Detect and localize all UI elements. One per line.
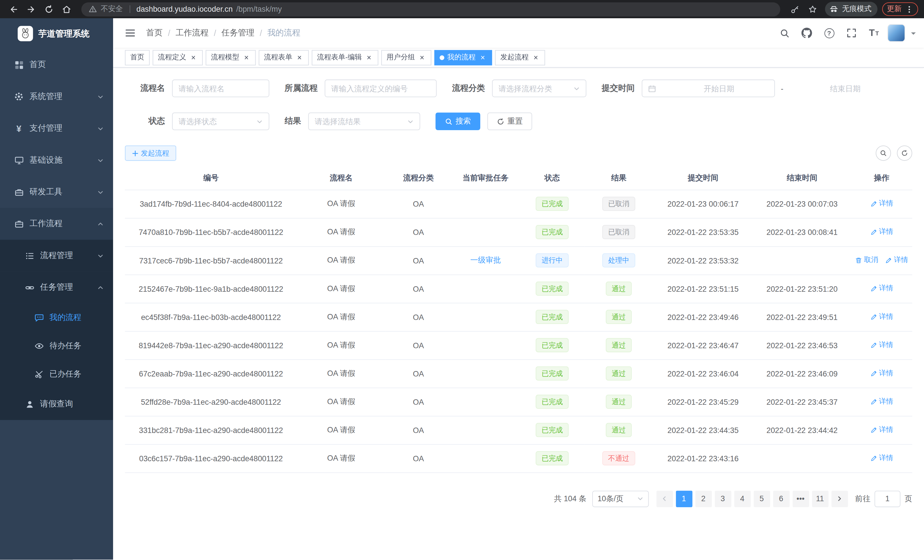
tab[interactable]: 流程定义 xyxy=(153,49,203,65)
sidebar-item-home[interactable]: 首页 xyxy=(0,49,113,81)
breadcrumb-link[interactable]: 首页 xyxy=(146,28,163,38)
search-icon[interactable] xyxy=(776,24,793,42)
detail-button[interactable]: 详情 xyxy=(870,453,893,463)
refresh-table-button[interactable] xyxy=(897,145,912,161)
sidebar-item-workflow[interactable]: 工作流程 xyxy=(0,208,113,240)
tab-close-icon[interactable] xyxy=(418,53,426,61)
browser-forward-button[interactable] xyxy=(24,1,39,17)
sidebar-item-my-process[interactable]: 我的流程 xyxy=(0,303,113,332)
tab[interactable]: 流程模型 xyxy=(206,49,255,65)
edit-icon xyxy=(870,455,877,462)
tab-close-icon[interactable] xyxy=(532,53,540,61)
sidebar-toggle-button[interactable] xyxy=(125,28,136,38)
sidebar-item-infrastructure[interactable]: 基础设施 xyxy=(0,144,113,176)
page-number-button[interactable]: 2 xyxy=(695,490,711,507)
goto-page-input[interactable] xyxy=(874,490,901,507)
detail-button[interactable]: 详情 xyxy=(870,425,893,435)
browser-home-button[interactable] xyxy=(59,1,74,17)
status-badge: 已完成 xyxy=(536,338,569,352)
status-field[interactable] xyxy=(178,117,256,126)
breadcrumb-separator: / xyxy=(214,28,216,38)
tab[interactable]: 首页 xyxy=(125,49,150,65)
page-number-button[interactable]: 11 xyxy=(812,490,828,507)
toggle-search-button[interactable] xyxy=(876,145,891,161)
tab[interactable]: 用户分组 xyxy=(381,49,431,65)
sidebar-item-done-tasks[interactable]: 已办任务 xyxy=(0,360,113,388)
breadcrumb-link[interactable]: 工作流程 xyxy=(176,28,209,38)
process-definition-field[interactable] xyxy=(331,84,430,93)
browser-reload-button[interactable] xyxy=(41,1,57,17)
tab[interactable]: 发起流程 xyxy=(495,49,545,65)
sidebar-item-system[interactable]: 系统管理 xyxy=(0,81,113,112)
create-process-button[interactable]: 发起流程 xyxy=(125,145,177,161)
end-date-field[interactable] xyxy=(785,84,906,93)
process-name-input[interactable] xyxy=(172,79,270,97)
next-page-button[interactable] xyxy=(831,490,848,507)
page-number-button[interactable]: 1 xyxy=(676,490,692,507)
page-number-button[interactable]: ••• xyxy=(792,490,809,507)
incognito-badge[interactable]: 无痕模式 xyxy=(825,2,878,16)
detail-button[interactable]: 详情 xyxy=(870,312,893,322)
prev-page-button[interactable] xyxy=(656,490,673,507)
tab-close-icon[interactable] xyxy=(242,53,250,61)
app-logo[interactable]: 芋道管理系统 xyxy=(0,18,113,49)
page-number-button[interactable]: 3 xyxy=(714,490,731,507)
page-number-button[interactable]: 5 xyxy=(753,490,770,507)
chat-bubble-icon xyxy=(34,313,44,322)
result-field[interactable] xyxy=(315,117,407,126)
column-header-current-task: 当前审批任务 xyxy=(452,166,520,190)
password-key-icon[interactable] xyxy=(787,1,802,17)
start-date-field[interactable] xyxy=(659,84,779,93)
detail-button[interactable]: 详情 xyxy=(870,397,893,406)
help-icon[interactable] xyxy=(820,24,838,42)
process-category-field[interactable] xyxy=(498,84,573,93)
sidebar-item-devtools[interactable]: 研发工具 xyxy=(0,176,113,208)
tab-close-icon[interactable] xyxy=(189,53,197,61)
end-time-cell: 2022-01-23 00:08:41 xyxy=(753,218,851,246)
sidebar-item-process-management[interactable]: 流程管理 xyxy=(0,240,113,271)
process-category-select[interactable] xyxy=(492,79,586,97)
page-size-select[interactable]: 10条/页 xyxy=(592,490,649,507)
security-warning-icon[interactable] xyxy=(88,5,98,14)
tab[interactable]: 我的流程 xyxy=(434,49,492,65)
page-number-button[interactable]: 6 xyxy=(773,490,789,507)
fullscreen-icon[interactable] xyxy=(843,24,860,42)
breadcrumb-link[interactable]: 任务管理 xyxy=(222,28,255,38)
tab[interactable]: 流程表单 xyxy=(259,49,309,65)
submit-time-range-picker[interactable]: - xyxy=(642,79,775,97)
sidebar-item-todo-tasks[interactable]: 待办任务 xyxy=(0,332,113,360)
avatar-caret-icon[interactable] xyxy=(911,33,916,37)
detail-button[interactable]: 详情 xyxy=(870,340,893,350)
result-select[interactable] xyxy=(308,112,420,130)
detail-button[interactable]: 详情 xyxy=(885,255,908,265)
detail-button[interactable]: 详情 xyxy=(870,283,893,293)
tab-close-icon[interactable] xyxy=(478,53,487,61)
bookmark-star-icon[interactable] xyxy=(805,1,820,17)
font-size-icon[interactable]: TT xyxy=(865,24,883,42)
tab-close-icon[interactable] xyxy=(295,53,303,61)
status-select[interactable] xyxy=(172,112,270,130)
github-icon[interactable] xyxy=(798,24,816,42)
process-name-field[interactable] xyxy=(178,84,263,93)
browser-update-button[interactable]: 更新 xyxy=(882,2,918,16)
tab[interactable]: 流程表单-编辑 xyxy=(312,49,378,65)
detail-button[interactable]: 详情 xyxy=(870,199,893,209)
search-button[interactable]: 搜索 xyxy=(435,112,480,130)
cancel-button[interactable]: 取消 xyxy=(855,255,878,265)
reset-button[interactable]: 重置 xyxy=(488,112,532,130)
detail-button[interactable]: 详情 xyxy=(870,227,893,237)
browser-back-button[interactable] xyxy=(6,1,21,17)
sidebar-item-payment[interactable]: ¥ 支付管理 xyxy=(0,112,113,144)
current-task-link[interactable]: 一级审批 xyxy=(470,256,501,265)
breadcrumb-link[interactable]: 我的流程 xyxy=(267,28,300,38)
process-name-cell: OA 请假 xyxy=(297,190,386,218)
address-bar[interactable]: 不安全 dashboard.yudao.iocoder.cn/bpm/task/… xyxy=(81,2,780,16)
chevron-right-icon xyxy=(836,496,843,502)
user-avatar[interactable] xyxy=(888,24,905,42)
sidebar-item-task-management[interactable]: 任务管理 xyxy=(0,271,113,303)
page-number-button[interactable]: 4 xyxy=(734,490,750,507)
sidebar-item-leave-query[interactable]: 请假查询 xyxy=(0,388,113,420)
tab-close-icon[interactable] xyxy=(364,53,373,61)
process-definition-input[interactable] xyxy=(325,79,436,97)
detail-button[interactable]: 详情 xyxy=(870,368,893,378)
